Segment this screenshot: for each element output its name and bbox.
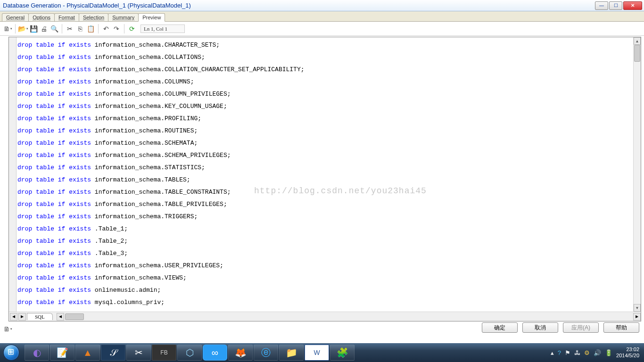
sql-line[interactable]: drop table if exists information_schema.… <box>17 88 632 100</box>
sql-text: information_schema.SCHEMA_PRIVILEGES; <box>91 152 231 159</box>
ok-button[interactable]: 确定 <box>482 322 518 333</box>
tab-general[interactable]: General <box>2 13 29 21</box>
save-icon[interactable]: 💾 <box>29 24 38 33</box>
sql-line[interactable]: drop table if exists .Table_2; <box>17 235 632 247</box>
hscroll-thumb[interactable] <box>65 313 84 320</box>
sql-text: information_schema.PROFILING; <box>91 115 201 122</box>
editor-tab-sql[interactable]: SQL <box>27 313 53 320</box>
document-menu-icon[interactable]: 🗎 <box>3 24 12 33</box>
sql-text: information_schema.COLLATION_CHARACTER_S… <box>91 66 304 73</box>
sql-line[interactable]: drop table if exists information_schema.… <box>17 260 632 272</box>
sql-line[interactable]: drop table if exists information_schema.… <box>17 76 632 88</box>
tray-flag-icon[interactable]: ⚑ <box>565 349 570 356</box>
sql-line[interactable]: drop table if exists information_schema.… <box>17 174 632 186</box>
task-matlab-icon[interactable]: ▲ <box>75 345 100 361</box>
sql-line[interactable]: drop table if exists information_schema.… <box>17 39 632 51</box>
options-menu-icon[interactable]: 🗎 <box>3 324 12 334</box>
start-button[interactable] <box>0 343 23 362</box>
sql-line[interactable]: drop table if exists information_schema.… <box>17 100 632 113</box>
sql-line[interactable]: drop table if exists information_schema.… <box>17 125 632 137</box>
close-button[interactable]: ✕ <box>623 1 642 10</box>
tab-summary[interactable]: Summary <box>108 13 139 21</box>
apply-button[interactable]: 应用(A) <box>563 322 599 333</box>
tray-volume-icon[interactable]: 🔊 <box>594 349 601 356</box>
tab-selection[interactable]: Selection <box>79 13 108 21</box>
minimize-button[interactable]: — <box>595 1 608 10</box>
task-misc-icon[interactable]: 🧩 <box>330 345 355 361</box>
task-flashbuilder-icon[interactable]: FB <box>152 345 176 361</box>
sql-line[interactable]: drop table if exists information_schema.… <box>17 186 632 198</box>
tab-format[interactable]: Format <box>54 13 79 21</box>
paste-icon[interactable]: 📋 <box>86 24 95 33</box>
editor-content[interactable]: drop table if exists information_schema.… <box>17 37 633 312</box>
task-cube-icon[interactable]: ⬡ <box>177 345 202 361</box>
sql-line[interactable]: drop table if exists mysql.columns_priv; <box>17 296 632 309</box>
dialog-buttons: 确定 取消 应用(A) 帮助 <box>482 322 639 333</box>
refresh-icon[interactable]: ⟳ <box>127 24 137 33</box>
task-cloud-icon[interactable]: ∞ <box>203 345 227 361</box>
undo-icon[interactable]: ↶ <box>101 24 111 33</box>
sql-line[interactable]: drop table if exists information_schema.… <box>17 51 632 64</box>
tray-show-hidden-icon[interactable]: ▴ <box>551 349 554 356</box>
hscroll-left-icon[interactable]: ◀ <box>57 313 64 321</box>
sql-text: information_schema.VIEWS; <box>91 274 187 281</box>
maximize-button[interactable]: ☐ <box>609 1 622 10</box>
find-icon[interactable]: 🔍 <box>50 24 59 33</box>
tray-clock[interactable]: 23:02 2014/5/20 <box>616 346 639 359</box>
sql-line[interactable]: drop table if exists information_schema.… <box>17 149 632 162</box>
hscroll-right-icon[interactable]: ▶ <box>633 313 641 321</box>
task-firefox-icon[interactable]: 🦊 <box>228 345 253 361</box>
task-ie-icon[interactable]: ⓔ <box>254 345 278 361</box>
redo-icon[interactable]: ↷ <box>112 24 121 33</box>
sql-line[interactable]: drop table if exists information_schema.… <box>17 113 632 125</box>
tab-nav-right-icon[interactable]: ▶ <box>18 313 26 321</box>
open-menu-icon[interactable]: 📂 <box>18 24 28 33</box>
scroll-down-icon[interactable]: ▼ <box>634 304 641 312</box>
editor-gutter <box>9 37 17 312</box>
sql-line[interactable]: drop table if exists .Table_3; <box>17 247 632 260</box>
sql-keyword: drop table if exists <box>17 66 91 73</box>
tab-options[interactable]: Options <box>28 13 55 21</box>
window-title: Database Generation - PhysicalDataModel_… <box>3 2 595 9</box>
tab-preview[interactable]: Preview <box>138 13 165 22</box>
task-eclipse-icon[interactable]: ◐ <box>25 345 49 361</box>
scroll-thumb[interactable] <box>634 45 640 62</box>
sql-keyword: drop table if exists <box>17 152 91 159</box>
help-button[interactable]: 帮助 <box>603 322 639 333</box>
toolbar-separator <box>15 24 16 33</box>
vertical-scrollbar[interactable]: ▲ ▼ <box>633 37 641 312</box>
tray-help-icon[interactable]: ? <box>558 349 561 356</box>
sql-keyword: drop table if exists <box>17 115 91 122</box>
sql-line[interactable]: drop table if exists .Table_1; <box>17 223 632 235</box>
task-notepad-icon[interactable]: 📝 <box>50 345 74 361</box>
scroll-up-icon[interactable]: ▲ <box>634 37 641 45</box>
sql-line[interactable]: drop table if exists information_schema.… <box>17 198 632 211</box>
task-app-icon[interactable]: 𝒮 <box>101 345 125 361</box>
sql-line[interactable]: drop table if exists information_schema.… <box>17 64 632 76</box>
sql-keyword: drop table if exists <box>17 164 91 171</box>
task-explorer-icon[interactable]: 📁 <box>279 345 304 361</box>
window-titlebar: Database Generation - PhysicalDataModel_… <box>0 0 644 11</box>
sql-line[interactable]: drop table if exists information_schema.… <box>17 162 632 174</box>
sql-line[interactable]: drop table if exists information_schema.… <box>17 137 632 149</box>
tray-battery-icon[interactable]: 🔋 <box>605 349 612 356</box>
sql-editor[interactable]: drop table if exists information_schema.… <box>8 37 641 321</box>
sql-line[interactable]: drop table if exists onlinemusic.admin; <box>17 284 632 296</box>
toolbar-separator <box>98 24 99 33</box>
windows-taskbar: ◐ 📝 ▲ 𝒮 ✂ FB ⬡ ∞ 🦊 ⓔ 📁 W 🧩 ▴ ? ⚑ 🖧 ⚙ 🔊 🔋… <box>0 343 644 362</box>
print-icon[interactable]: 🖨 <box>39 24 49 33</box>
tray-network-icon[interactable]: 🖧 <box>574 349 580 356</box>
task-word-icon[interactable]: W <box>305 345 329 361</box>
tray-safe-icon[interactable]: ⚙ <box>584 349 590 356</box>
task-snip-icon[interactable]: ✂ <box>126 345 151 361</box>
tab-nav-left-icon[interactable]: ◀ <box>10 313 17 321</box>
cut-icon[interactable]: ✂ <box>65 24 74 33</box>
sql-line[interactable]: drop table if exists information_schema.… <box>17 211 632 223</box>
cancel-button[interactable]: 取消 <box>522 322 558 333</box>
copy-icon[interactable]: ⎘ <box>75 24 85 33</box>
sql-keyword: drop table if exists <box>17 41 91 49</box>
sql-line[interactable]: drop table if exists information_schema.… <box>17 272 632 284</box>
sql-text: information_schema.COLUMNS; <box>91 78 194 85</box>
sql-keyword: drop table if exists <box>17 250 91 257</box>
sql-keyword: drop table if exists <box>17 262 91 269</box>
